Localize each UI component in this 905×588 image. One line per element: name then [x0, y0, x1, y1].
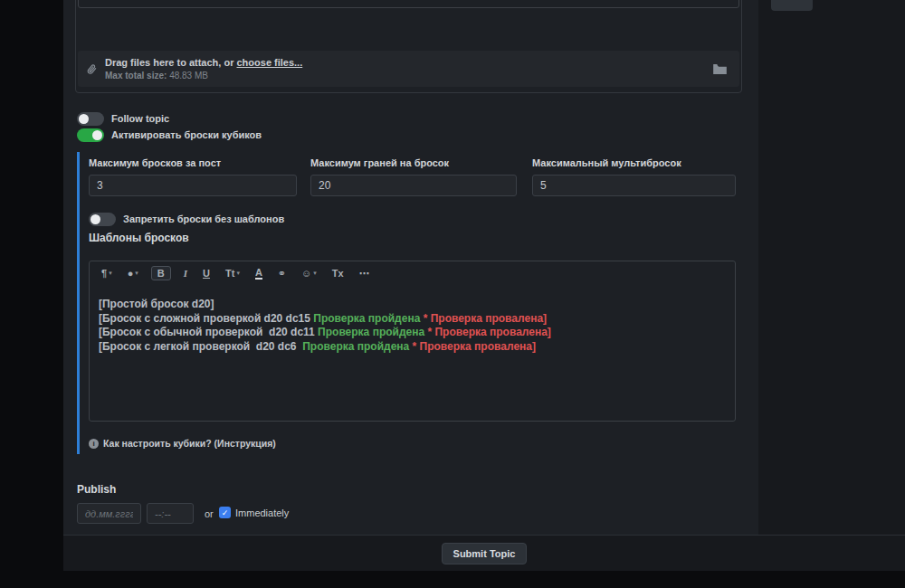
editor-content[interactable]: [Простой бросок d20][Бросок с сложной пр… [90, 285, 735, 366]
template-segment-green: Проверка пройдена [302, 340, 409, 353]
immediately-label: Immediately [235, 507, 289, 518]
post-editor-container: Drag files here to attach, or choose fil… [75, 0, 742, 93]
template-segment-default: [Бросок с сложной проверкой d20 dc15 [99, 312, 313, 325]
more-options-icon: ⋯ [359, 268, 368, 280]
insert-icon: ● [128, 268, 134, 279]
text-color-icon: A [255, 268, 262, 280]
dice-settings-section: Максимум бросков за пост Максимум граней… [77, 152, 754, 454]
dice-help-text: Как настроить кубики? (Инструкция) [103, 438, 276, 449]
template-segment-red: * Проверка провалена] [424, 326, 551, 338]
font-size-icon: Tt [225, 268, 234, 279]
clear-format-icon: Tx [332, 268, 344, 279]
max-multiroll-field: Максимальный мультибросок [532, 157, 736, 196]
template-line: [Бросок с обычной проверкой d20 dc11 Про… [99, 326, 726, 340]
dice-enable-row: Активировать броски кубиков [77, 128, 262, 142]
font-size-icon[interactable]: Tt▾ [223, 267, 243, 280]
template-segment-red: * Проверка провалена] [420, 312, 547, 325]
attachment-dropzone[interactable]: Drag files here to attach, or choose fil… [78, 51, 739, 87]
italic-icon: I [184, 268, 187, 279]
or-label: or [205, 508, 214, 519]
max-size-value: 48.83 MB [169, 71, 208, 81]
max-sides-label: Максимум граней на бросок [310, 157, 517, 168]
dice-enable-label: Активировать броски кубиков [111, 129, 262, 140]
chevron-down-icon: ▾ [109, 270, 112, 277]
emoji-icon: ☺ [301, 268, 311, 279]
publish-date-input[interactable] [77, 503, 141, 524]
folder-icon [713, 64, 727, 74]
attachment-text: Drag files here to attach, or choose fil… [105, 57, 302, 81]
paperclip-icon [84, 61, 100, 76]
underline-icon[interactable]: U [200, 267, 213, 280]
chevron-down-icon: ▾ [135, 270, 138, 277]
publish-heading: Publish [77, 483, 116, 496]
follow-topic-label: Follow topic [111, 113, 169, 124]
paragraph-format-icon[interactable]: ¶▾ [99, 267, 115, 280]
max-multiroll-label: Максимальный мультибросок [532, 157, 736, 168]
topic-form-panel: Drag files here to attach, or choose fil… [63, 0, 905, 571]
max-sides-field: Максимум граней на бросок [310, 157, 517, 196]
dice-enable-toggle[interactable] [77, 128, 104, 142]
underline-icon: U [203, 268, 210, 279]
template-line: [Простой бросок d20] [99, 298, 726, 312]
template-segment-default: [Бросок с легкой проверкой d20 dc6 [99, 340, 302, 353]
editor-toolbar: ¶▾●▾BIUTt▾A⚭☺▾Tx⋯ [90, 261, 735, 285]
paragraph-format-icon: ¶ [101, 268, 107, 279]
max-sides-input[interactable] [310, 175, 517, 196]
template-line: [Бросок с сложной проверкой d20 dc15 Про… [99, 312, 726, 327]
template-line: [Бросок с легкой проверкой d20 dc6 Прове… [99, 340, 726, 355]
insert-icon[interactable]: ●▾ [125, 267, 141, 280]
link-icon: ⚭ [278, 268, 286, 280]
clear-format-icon[interactable]: Tx [329, 267, 347, 280]
follow-topic-toggle[interactable] [77, 112, 104, 126]
publish-time-input[interactable] [147, 503, 194, 524]
max-rolls-field: Максимум бросков за пост [89, 157, 297, 196]
toggle-knob [92, 130, 102, 140]
form-area: Drag files here to attach, or choose fil… [63, 0, 758, 535]
no-template-toggle[interactable] [89, 213, 116, 226]
immediately-checkbox[interactable] [219, 507, 231, 518]
toggle-knob [90, 214, 100, 224]
templates-editor: ¶▾●▾BIUTt▾A⚭☺▾Tx⋯ [Простой бросок d20][Б… [89, 261, 736, 422]
info-icon [89, 439, 99, 449]
post-editor-textarea[interactable] [78, 0, 739, 8]
follow-topic-row: Follow topic [77, 111, 169, 126]
no-template-row: Запретить броски без шаблонов [89, 212, 284, 226]
link-icon[interactable]: ⚭ [275, 267, 289, 280]
drag-files-text: Drag files here to attach, or [105, 57, 236, 68]
text-color-icon[interactable]: A [252, 267, 265, 280]
template-segment-default: [Бросок с обычной проверкой d20 dc11 [99, 326, 318, 338]
italic-icon[interactable]: I [181, 267, 190, 280]
max-rolls-input[interactable] [89, 175, 297, 196]
dice-help-line[interactable]: Как настроить кубики? (Инструкция) [89, 438, 276, 449]
form-footer: Submit Topic [63, 535, 905, 571]
choose-files-link[interactable]: choose files... [236, 57, 302, 68]
max-size-label: Max total size: [105, 71, 167, 81]
template-segment-green: Проверка пройдена [313, 312, 420, 325]
top-right-button[interactable] [771, 0, 813, 11]
bold-icon: B [157, 268, 165, 279]
submit-topic-button[interactable]: Submit Topic [442, 543, 528, 564]
bold-icon[interactable]: B [151, 266, 171, 280]
max-multiroll-input[interactable] [532, 175, 736, 196]
more-options-icon[interactable]: ⋯ [357, 267, 371, 280]
toggle-knob [79, 114, 89, 124]
max-rolls-label: Максимум бросков за пост [89, 157, 297, 168]
template-segment-green: Проверка пройдена [318, 326, 424, 338]
templates-heading: Шаблоны бросков [89, 232, 189, 244]
template-segment-default: [Простой бросок d20] [99, 298, 214, 310]
no-template-label: Запретить броски без шаблонов [123, 213, 284, 224]
template-segment-red: * Проверка провалена] [409, 340, 536, 353]
emoji-icon[interactable]: ☺▾ [299, 267, 319, 280]
chevron-down-icon: ▾ [236, 270, 240, 277]
chevron-down-icon: ▾ [313, 270, 317, 277]
